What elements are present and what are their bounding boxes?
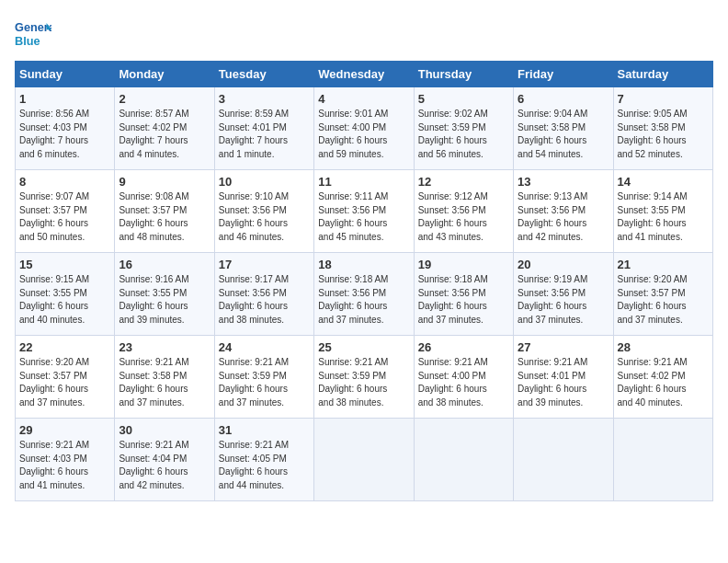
calendar-cell: 11Sunrise: 9:11 AMSunset: 3:56 PMDayligh…: [314, 170, 414, 253]
calendar-cell: 19Sunrise: 9:18 AMSunset: 3:56 PMDayligh…: [414, 253, 513, 336]
day-info: Sunrise: 9:21 AMSunset: 3:59 PMDaylight:…: [219, 356, 310, 409]
calendar-cell: 18Sunrise: 9:18 AMSunset: 3:56 PMDayligh…: [314, 253, 414, 336]
day-info: Sunrise: 9:20 AMSunset: 3:57 PMDaylight:…: [618, 273, 709, 327]
calendar-cell: 7Sunrise: 9:05 AMSunset: 3:58 PMDaylight…: [613, 87, 712, 170]
day-number: 6: [518, 92, 609, 106]
day-info: Sunrise: 9:04 AMSunset: 3:58 PMDaylight:…: [518, 108, 609, 161]
weekday-header-thursday: Thursday: [414, 62, 513, 87]
calendar-cell: 14Sunrise: 9:14 AMSunset: 3:55 PMDayligh…: [613, 170, 712, 253]
day-number: 26: [418, 340, 509, 354]
calendar-cell: 27Sunrise: 9:21 AMSunset: 4:01 PMDayligh…: [514, 336, 613, 419]
calendar-cell: 8Sunrise: 9:07 AMSunset: 3:57 PMDaylight…: [16, 170, 115, 253]
day-info: Sunrise: 9:11 AMSunset: 3:56 PMDaylight:…: [318, 190, 409, 244]
day-number: 24: [219, 340, 310, 354]
logo-svg: General Blue: [15, 15, 51, 52]
weekday-header-wednesday: Wednesday: [314, 62, 414, 87]
day-info: Sunrise: 9:17 AMSunset: 3:56 PMDaylight:…: [219, 273, 310, 327]
calendar-cell: 12Sunrise: 9:12 AMSunset: 3:56 PMDayligh…: [414, 170, 513, 253]
day-number: 13: [518, 175, 609, 189]
day-info: Sunrise: 9:21 AMSunset: 4:05 PMDaylight:…: [219, 439, 310, 492]
day-info: Sunrise: 8:56 AMSunset: 4:03 PMDaylight:…: [19, 108, 110, 161]
day-info: Sunrise: 9:02 AMSunset: 3:59 PMDaylight:…: [418, 108, 509, 161]
logo: General Blue: [15, 15, 51, 52]
calendar-cell: [414, 419, 513, 501]
day-number: 11: [318, 175, 409, 189]
day-number: 20: [518, 258, 609, 271]
weekday-header-sunday: Sunday: [16, 62, 115, 87]
day-info: Sunrise: 9:08 AMSunset: 3:57 PMDaylight:…: [119, 190, 210, 244]
day-info: Sunrise: 9:01 AMSunset: 4:00 PMDaylight:…: [318, 108, 409, 161]
calendar-cell: 21Sunrise: 9:20 AMSunset: 3:57 PMDayligh…: [613, 253, 712, 336]
day-info: Sunrise: 9:07 AMSunset: 3:57 PMDaylight:…: [19, 190, 110, 244]
day-info: Sunrise: 8:57 AMSunset: 4:02 PMDaylight:…: [119, 108, 210, 161]
calendar-cell: 22Sunrise: 9:20 AMSunset: 3:57 PMDayligh…: [16, 336, 115, 419]
logo-graphic: General Blue: [15, 15, 51, 52]
week-row-2: 8Sunrise: 9:07 AMSunset: 3:57 PMDaylight…: [16, 170, 713, 253]
weekday-header-friday: Friday: [514, 62, 613, 87]
day-info: Sunrise: 9:21 AMSunset: 3:58 PMDaylight:…: [119, 356, 210, 409]
day-info: Sunrise: 9:21 AMSunset: 4:04 PMDaylight:…: [119, 439, 210, 492]
day-info: Sunrise: 9:12 AMSunset: 3:56 PMDaylight:…: [418, 190, 509, 244]
calendar-cell: 17Sunrise: 9:17 AMSunset: 3:56 PMDayligh…: [214, 253, 313, 336]
day-number: 15: [19, 258, 110, 271]
calendar-cell: 20Sunrise: 9:19 AMSunset: 3:56 PMDayligh…: [514, 253, 613, 336]
weekday-header-row: SundayMondayTuesdayWednesdayThursdayFrid…: [16, 62, 713, 87]
calendar-cell: 16Sunrise: 9:16 AMSunset: 3:55 PMDayligh…: [115, 253, 214, 336]
calendar-cell: 3Sunrise: 8:59 AMSunset: 4:01 PMDaylight…: [214, 87, 313, 170]
day-info: Sunrise: 9:10 AMSunset: 3:56 PMDaylight:…: [219, 190, 310, 244]
calendar-cell: 24Sunrise: 9:21 AMSunset: 3:59 PMDayligh…: [214, 336, 313, 419]
week-row-3: 15Sunrise: 9:15 AMSunset: 3:55 PMDayligh…: [16, 253, 713, 336]
day-info: Sunrise: 9:13 AMSunset: 3:56 PMDaylight:…: [518, 190, 609, 244]
day-number: 7: [618, 92, 709, 106]
day-number: 31: [219, 423, 310, 437]
svg-text:General: General: [15, 20, 51, 34]
calendar-cell: 6Sunrise: 9:04 AMSunset: 3:58 PMDaylight…: [514, 87, 613, 170]
calendar-cell: 4Sunrise: 9:01 AMSunset: 4:00 PMDaylight…: [314, 87, 414, 170]
day-number: 21: [618, 258, 709, 271]
calendar-cell: [314, 419, 414, 501]
calendar-cell: 25Sunrise: 9:21 AMSunset: 3:59 PMDayligh…: [314, 336, 414, 419]
calendar-cell: [613, 419, 712, 501]
week-row-5: 29Sunrise: 9:21 AMSunset: 4:03 PMDayligh…: [16, 419, 713, 501]
calendar-cell: 15Sunrise: 9:15 AMSunset: 3:55 PMDayligh…: [16, 253, 115, 336]
day-info: Sunrise: 9:05 AMSunset: 3:58 PMDaylight:…: [618, 108, 709, 161]
day-number: 17: [219, 258, 310, 271]
calendar-cell: 13Sunrise: 9:13 AMSunset: 3:56 PMDayligh…: [514, 170, 613, 253]
day-number: 8: [19, 175, 110, 189]
calendar-cell: 29Sunrise: 9:21 AMSunset: 4:03 PMDayligh…: [16, 419, 115, 501]
day-info: Sunrise: 9:21 AMSunset: 3:59 PMDaylight:…: [318, 356, 409, 409]
day-info: Sunrise: 8:59 AMSunset: 4:01 PMDaylight:…: [219, 108, 310, 161]
day-number: 4: [318, 92, 409, 106]
day-info: Sunrise: 9:19 AMSunset: 3:56 PMDaylight:…: [518, 273, 609, 327]
day-number: 19: [418, 258, 509, 271]
calendar-cell: 10Sunrise: 9:10 AMSunset: 3:56 PMDayligh…: [214, 170, 313, 253]
day-info: Sunrise: 9:20 AMSunset: 3:57 PMDaylight:…: [19, 356, 110, 409]
day-number: 12: [418, 175, 509, 189]
day-number: 9: [119, 175, 210, 189]
day-number: 2: [119, 92, 210, 106]
day-number: 5: [418, 92, 509, 106]
day-number: 10: [219, 175, 310, 189]
calendar-cell: [514, 419, 613, 501]
day-info: Sunrise: 9:21 AMSunset: 4:03 PMDaylight:…: [19, 439, 110, 492]
day-info: Sunrise: 9:15 AMSunset: 3:55 PMDaylight:…: [19, 273, 110, 327]
day-info: Sunrise: 9:14 AMSunset: 3:55 PMDaylight:…: [618, 190, 709, 244]
day-number: 1: [19, 92, 110, 106]
day-number: 30: [119, 423, 210, 437]
calendar-cell: 9Sunrise: 9:08 AMSunset: 3:57 PMDaylight…: [115, 170, 214, 253]
day-number: 25: [318, 340, 409, 354]
weekday-header-tuesday: Tuesday: [214, 62, 313, 87]
day-info: Sunrise: 9:21 AMSunset: 4:01 PMDaylight:…: [518, 356, 609, 409]
calendar-cell: 26Sunrise: 9:21 AMSunset: 4:00 PMDayligh…: [414, 336, 513, 419]
calendar-cell: 5Sunrise: 9:02 AMSunset: 3:59 PMDaylight…: [414, 87, 513, 170]
calendar-cell: 30Sunrise: 9:21 AMSunset: 4:04 PMDayligh…: [115, 419, 214, 501]
day-number: 22: [19, 340, 110, 354]
day-number: 16: [119, 258, 210, 271]
day-info: Sunrise: 9:18 AMSunset: 3:56 PMDaylight:…: [318, 273, 409, 327]
day-info: Sunrise: 9:21 AMSunset: 4:02 PMDaylight:…: [618, 356, 709, 409]
day-info: Sunrise: 9:21 AMSunset: 4:00 PMDaylight:…: [418, 356, 509, 409]
day-number: 14: [618, 175, 709, 189]
day-number: 27: [518, 340, 609, 354]
weekday-header-monday: Monday: [115, 62, 214, 87]
calendar-cell: 23Sunrise: 9:21 AMSunset: 3:58 PMDayligh…: [115, 336, 214, 419]
